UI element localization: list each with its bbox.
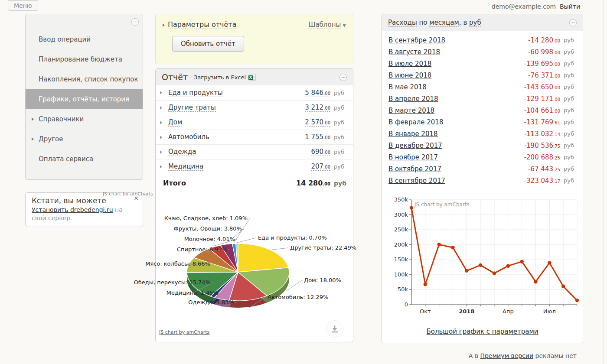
month-row: В октябре 2017-67 443.25руб [382, 163, 583, 175]
category-link[interactable]: Автомобиль [168, 133, 209, 141]
month-link[interactable]: В июле 2018 [388, 60, 431, 68]
install-link[interactable]: Установить drebedengi.ru [32, 206, 113, 213]
amount-link[interactable]: 3 212.00 [305, 104, 330, 112]
category-link[interactable]: Одежда [168, 148, 196, 156]
months-title[interactable]: Расходы по месяцам, в руб [388, 19, 481, 26]
month-link[interactable]: В декабре 2017 [388, 142, 442, 150]
month-link[interactable]: В январе 2018 [388, 130, 438, 138]
data-point[interactable] [479, 263, 482, 267]
y-tick-label: 50k [398, 286, 408, 292]
amount-int: -67 443 [528, 165, 553, 173]
data-point[interactable] [520, 260, 523, 263]
sidebar-item[interactable]: Оплата сервиса [26, 149, 143, 169]
big-chart-link[interactable]: Большой график с параметрами [426, 328, 538, 335]
month-link[interactable]: В марте 2018 [388, 107, 434, 114]
month-amount: -76 371.00 [528, 72, 560, 79]
data-point[interactable] [575, 299, 579, 302]
refresh-report-button[interactable]: Обновить отчёт [172, 36, 244, 52]
currency-label: руб [564, 119, 578, 125]
download-chart-button[interactable] [326, 320, 343, 338]
category-link[interactable]: Еда и продукты [168, 89, 223, 97]
data-point[interactable] [506, 264, 510, 267]
sidebar-collapse-icon[interactable]: − [131, 18, 139, 26]
svg-text:X: X [249, 75, 252, 80]
category-link[interactable]: Медицина [168, 162, 203, 171]
data-point[interactable] [534, 280, 537, 283]
sidebar-item[interactable]: Графики, отчёты, история [26, 89, 143, 109]
pie-slice[interactable] [238, 244, 289, 272]
premium-link[interactable]: Премиум версии [480, 352, 533, 359]
category-link[interactable]: Дом [168, 118, 182, 127]
data-point[interactable] [451, 246, 454, 249]
month-link[interactable]: В октябре 2017 [388, 165, 441, 173]
amount-dec: .00 [553, 39, 560, 43]
months-collapse-icon[interactable]: − [569, 19, 577, 26]
month-amount: -131 769.61 [524, 118, 560, 126]
excel-icon[interactable]: X [248, 74, 256, 81]
data-point[interactable] [465, 269, 468, 273]
data-point[interactable] [493, 271, 496, 275]
months-title-text: по [417, 19, 430, 26]
amount-int: 5 846 [305, 89, 323, 97]
currency-label: руб [564, 72, 578, 78]
expand-arrow-icon[interactable] [163, 23, 165, 27]
amcharts-credit-link[interactable]: JS chart by amCharts [159, 329, 209, 335]
pie-label: Одежда: 4.83% [188, 299, 234, 306]
month-link[interactable]: В ноябре 2017 [388, 153, 438, 161]
chevron-right-icon [32, 117, 34, 121]
data-point[interactable] [437, 243, 441, 246]
sidebar-item[interactable]: Другое [26, 129, 143, 149]
sidebar-item[interactable]: Справочники [26, 109, 143, 129]
amcharts-credit-link[interactable]: JS chart by amCharts [414, 202, 470, 208]
amcharts-credit-top[interactable]: JS chart by amCharts [103, 191, 153, 197]
data-point[interactable] [410, 206, 413, 209]
months-title-link[interactable]: руб [469, 19, 481, 27]
months-title-link[interactable]: Расходы [388, 19, 417, 27]
month-link[interactable]: В мае 2018 [388, 83, 427, 91]
month-link[interactable]: В августе 2018 [388, 48, 440, 56]
month-amount: -113 032.14 [524, 130, 560, 138]
chevron-right-icon[interactable] [160, 106, 162, 110]
amount-link[interactable]: 1 755.00 [305, 133, 330, 141]
amount-link[interactable]: 690.00 [311, 148, 330, 156]
currency-label: руб [564, 37, 578, 43]
amount-dec: .17 [553, 179, 560, 184]
months-title-link[interactable]: месяцам [429, 19, 459, 27]
chevron-right-icon[interactable] [160, 165, 162, 169]
report-footer: JS chart by amCharts [156, 318, 353, 342]
month-link[interactable]: В феврале 2018 [388, 118, 443, 126]
data-point[interactable] [561, 285, 565, 288]
menu-button[interactable]: Меню [8, 0, 38, 11]
templates-link[interactable]: Шаблоны [308, 21, 341, 29]
month-link[interactable]: В июне 2018 [388, 72, 431, 79]
x-tick-label: Июл [543, 308, 556, 315]
months-header: Расходы по месяцам, в руб − [382, 14, 583, 31]
month-link[interactable]: В сентябре 2017 [388, 177, 445, 185]
month-link[interactable]: В апреле 2018 [388, 95, 438, 103]
sidebar-item-label: Графики, отчёты, история [39, 95, 129, 103]
logout-link[interactable]: Выйти [560, 3, 580, 10]
month-amount: -139 695.00 [524, 60, 560, 68]
currency-label: руб [334, 104, 348, 111]
excel-download-link[interactable]: Загрузить в Excel [194, 74, 246, 81]
report-row: Одежда690.00руб [156, 144, 353, 159]
month-link[interactable]: В сентябре 2018 [388, 36, 445, 44]
amount-int: -14 280 [528, 36, 553, 44]
sidebar-item[interactable]: Ввод операций [26, 29, 143, 49]
chevron-right-icon[interactable] [160, 91, 162, 94]
amount-link[interactable]: 2 570.00 [305, 118, 330, 127]
amount-link[interactable]: 207.00 [311, 162, 330, 171]
category-link[interactable]: Другие траты [168, 104, 216, 112]
chevron-right-icon[interactable] [160, 150, 162, 154]
sidebar-item[interactable]: Планирование бюджета [26, 49, 143, 69]
data-point[interactable] [548, 261, 551, 264]
month-amount: -14 280.00 [528, 36, 560, 44]
data-point[interactable] [424, 283, 427, 286]
report-collapse-icon[interactable]: − [339, 74, 347, 81]
pie-label: Спиртное: 6.93% [177, 246, 227, 253]
chevron-right-icon[interactable] [160, 136, 162, 139]
amount-link[interactable]: 5 846.00 [305, 89, 330, 97]
chevron-right-icon[interactable] [160, 121, 162, 124]
report-params-link[interactable]: Параметры отчёта [168, 20, 236, 29]
sidebar-item[interactable]: Накопления, список покупок [26, 69, 143, 89]
